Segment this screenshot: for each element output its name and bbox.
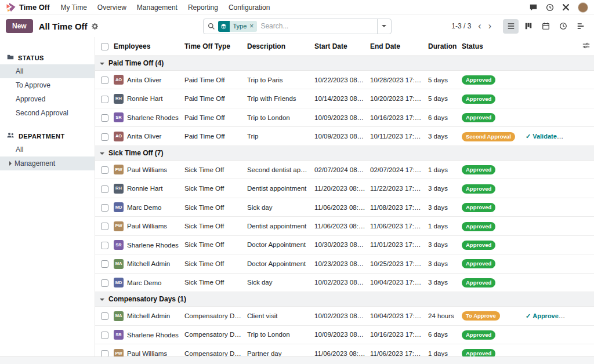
employee-avatar: RH: [114, 184, 124, 194]
row-checkbox[interactable]: [101, 77, 108, 84]
search-bar[interactable]: Type ×: [203, 19, 392, 34]
row-checkbox[interactable]: [101, 332, 108, 339]
pager-value: 1-3 / 3: [451, 22, 471, 30]
list-view-button[interactable]: [503, 19, 519, 34]
facet-remove-icon[interactable]: ×: [249, 23, 253, 30]
view-settings-gear-icon[interactable]: [91, 23, 99, 30]
row-checkbox[interactable]: [101, 96, 108, 103]
row-checkbox[interactable]: [101, 204, 108, 212]
timeoff-type-cell: Sick Time Off: [182, 254, 245, 273]
menu-my-time[interactable]: My Time: [56, 1, 92, 14]
column-header-duration[interactable]: Duration: [426, 37, 459, 56]
toggle-columns-icon[interactable]: [582, 43, 590, 51]
topbar-systray: [529, 2, 588, 13]
start-date-cell: 10/30/2023 08:00:00: [312, 235, 368, 254]
calendar-view-button[interactable]: [538, 19, 553, 34]
end-date-cell: 02/07/2024 17:00:00: [368, 160, 426, 179]
menu-configuration[interactable]: Configuration: [223, 1, 275, 14]
start-date-cell: 10/23/2023 08:00:00: [312, 254, 368, 273]
start-date-cell: 10/22/2023 08:00:00: [312, 71, 368, 89]
end-date-cell: 10/16/2023 17:00:00: [368, 325, 426, 344]
description-cell: Doctor Appointment: [245, 254, 312, 273]
column-header-end-date[interactable]: End Date: [368, 37, 426, 56]
employee-avatar: SR: [114, 330, 124, 340]
end-date-cell: 10/28/2023 17:00:00: [368, 71, 426, 89]
status-badge: Approved: [462, 278, 495, 287]
sidebar-item-management[interactable]: Management: [0, 156, 95, 170]
pager-previous-button[interactable]: ‹: [476, 21, 483, 31]
tools-icon[interactable]: [562, 3, 570, 11]
user-avatar[interactable]: [578, 2, 588, 13]
sidebar-item-second-approval[interactable]: Second Approval: [0, 106, 95, 120]
approve-button[interactable]: ✓Approve: [526, 312, 559, 319]
row-checkbox[interactable]: [101, 185, 108, 193]
refuse-button[interactable]: ✗Refuse: [567, 312, 580, 319]
menu-reporting[interactable]: Reporting: [183, 1, 223, 14]
gantt-view-button[interactable]: [573, 19, 588, 34]
row-checkbox[interactable]: [101, 114, 108, 122]
timeoff-row[interactable]: RHRonnie HartPaid Time OffTrip with Frie…: [95, 89, 594, 108]
start-date-cell: 11/06/2023 08:00:00: [312, 217, 368, 235]
app-brand[interactable]: Time Off: [6, 3, 50, 12]
table-body: Paid Time Off (4)AOAnita OliverPaid Time…: [95, 56, 594, 357]
timeoff-row[interactable]: SRSharlene RhodesSick Time OffDoctor App…: [95, 235, 594, 254]
activity-view-button[interactable]: [555, 19, 571, 34]
timeoff-type-cell: Sick Time Off: [182, 273, 245, 292]
search-input[interactable]: [257, 22, 376, 30]
pager-next-button[interactable]: ›: [486, 21, 494, 31]
row-checkbox[interactable]: [101, 133, 108, 141]
end-date-cell: 11/06/2023 17:00:00: [368, 217, 426, 235]
menu-overview[interactable]: Overview: [92, 1, 132, 14]
activities-clock-icon[interactable]: [546, 3, 554, 12]
search-dropdown-toggle[interactable]: [377, 19, 391, 34]
timeoff-row[interactable]: AOAnita OliverPaid Time OffTrip10/09/202…: [95, 127, 594, 145]
sidebar-item-to-approve[interactable]: To Approve: [0, 78, 95, 92]
top-navbar: Time Off My Time Overview Management Rep…: [0, 0, 594, 15]
messages-icon[interactable]: [529, 3, 538, 12]
sidebar-item-department-all[interactable]: All: [0, 143, 95, 156]
timeoff-row[interactable]: MAMitchell AdminSick Time OffDoctor Appo…: [95, 254, 594, 273]
timeoff-row[interactable]: PWPaul WilliamsCompensatory DaysPartner …: [95, 344, 594, 356]
new-button[interactable]: New: [6, 19, 33, 33]
sidebar-item-status-all[interactable]: All: [0, 64, 95, 78]
row-checkbox[interactable]: [101, 279, 108, 287]
timeoff-type-cell: Paid Time Off: [182, 127, 245, 145]
column-header-description[interactable]: Description: [245, 37, 312, 56]
validate-button[interactable]: ✓Validate: [526, 133, 557, 140]
timeoff-row[interactable]: MAMitchell AdminCompensatory DaysClient …: [95, 307, 594, 325]
menu-management[interactable]: Management: [132, 1, 183, 14]
column-header-start-date[interactable]: Start Date: [312, 37, 368, 56]
group-header-row[interactable]: Sick Time Off (7): [95, 145, 594, 160]
row-checkbox[interactable]: [101, 312, 108, 320]
search-facet-type[interactable]: Type ×: [218, 21, 258, 32]
timeoff-row[interactable]: MDMarc DemoSick Time OffSick day10/02/20…: [95, 273, 594, 292]
status-badge: Approved: [462, 203, 495, 212]
row-checkbox[interactable]: [101, 260, 108, 268]
timeoff-type-cell: Sick Time Off: [182, 217, 245, 235]
column-header-status[interactable]: Status: [459, 37, 515, 56]
row-checkbox[interactable]: [101, 350, 108, 356]
timeoff-row[interactable]: PWPaul WilliamsSick Time OffSecond denti…: [95, 160, 594, 179]
timeoff-row[interactable]: AOAnita OliverPaid Time OffTrip to Paris…: [95, 71, 594, 89]
column-header-type[interactable]: Time Off Type: [182, 37, 245, 56]
start-date-cell: 10/09/2023 08:00:00: [312, 108, 368, 126]
employee-avatar: RH: [114, 94, 124, 104]
column-header-employees[interactable]: Employees: [111, 37, 182, 56]
kanban-view-button[interactable]: [520, 19, 536, 34]
row-checkbox[interactable]: [101, 166, 108, 174]
row-checkbox[interactable]: [101, 223, 108, 230]
refuse-button[interactable]: ✗Refuse: [565, 133, 580, 140]
control-panel: New All Time Off Type ×: [0, 15, 594, 37]
group-header-row[interactable]: Paid Time Off (4): [95, 56, 594, 71]
row-checkbox[interactable]: [101, 242, 108, 249]
group-header-row[interactable]: Compensatory Days (1): [95, 292, 594, 307]
sidebar-item-approved[interactable]: Approved: [0, 92, 95, 106]
timeoff-row[interactable]: MDMarc DemoSick Time OffSick day11/06/20…: [95, 198, 594, 216]
select-all-checkbox[interactable]: [101, 43, 108, 50]
timeoff-row[interactable]: PWPaul WilliamsSick Time OffDentist appo…: [95, 217, 594, 235]
timeoff-row[interactable]: RHRonnie HartSick Time OffDentist appoin…: [95, 179, 594, 198]
caret-down-icon: [100, 299, 104, 301]
timeoff-row[interactable]: SRSharlene RhodesCompensatory DaysTrip t…: [95, 325, 594, 344]
employee-avatar: AO: [114, 132, 124, 141]
timeoff-row[interactable]: SRSharlene RhodesPaid Time OffTrip to Lo…: [95, 108, 594, 126]
